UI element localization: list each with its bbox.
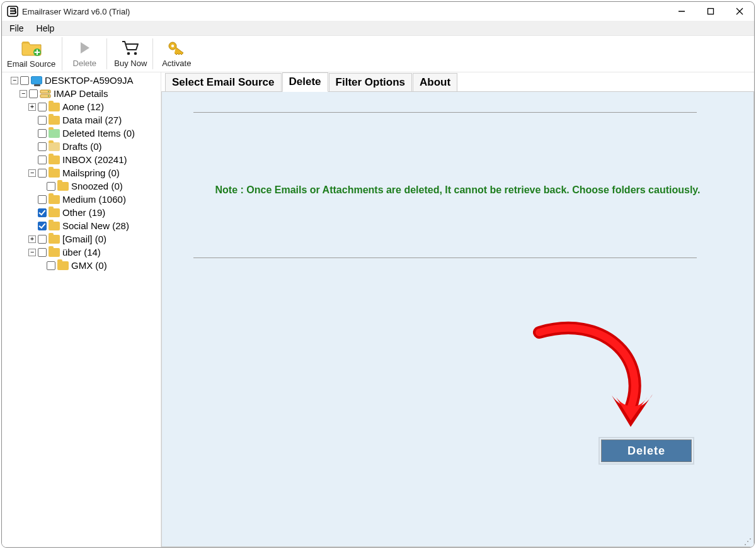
folder-icon: [49, 235, 60, 244]
tab-content-delete: Note : Once Emails or Attachments are de…: [161, 91, 754, 547]
toolbar-buy-label: Buy Now: [114, 59, 147, 68]
annotation-arrow-icon: [527, 320, 665, 439]
checkbox[interactable]: [38, 222, 47, 230]
checkbox[interactable]: [47, 261, 55, 270]
tree-item[interactable]: Data mail (27): [2, 113, 161, 127]
content-area: − DESKTOP-A59O9JA − IMAP Details +Aone (…: [2, 72, 754, 547]
folder-icon: [49, 103, 60, 111]
tree-item[interactable]: Drafts (0): [2, 140, 161, 153]
close-button[interactable]: [725, 2, 754, 21]
recycle-bin-icon: [49, 129, 60, 138]
toolbar-buy-now[interactable]: Buy Now: [110, 37, 151, 71]
window-title: Emailraser Wizard v6.0 (Trial): [22, 7, 667, 16]
folder-icon: [49, 222, 60, 230]
checkbox[interactable]: [38, 142, 47, 151]
folder-add-icon: [21, 39, 42, 59]
app-logo-icon: [7, 6, 18, 17]
main-panel: Select Email Source Delete Filter Option…: [161, 72, 754, 547]
folder-tree[interactable]: − DESKTOP-A59O9JA − IMAP Details +Aone (…: [2, 72, 161, 547]
tree-imap-label: IMAP Details: [54, 88, 108, 99]
maximize-button[interactable]: [696, 2, 725, 21]
checkbox[interactable]: [38, 169, 47, 178]
server-icon: [40, 89, 51, 98]
tree-item[interactable]: Social New (28): [2, 219, 161, 232]
folder-icon: [49, 116, 60, 125]
tree-item-label: Aone (12): [62, 101, 104, 112]
toolbar-email-source[interactable]: Email Source: [3, 37, 62, 71]
expand-icon[interactable]: +: [28, 103, 36, 111]
folder-icon: [49, 169, 60, 178]
checkbox[interactable]: [38, 208, 47, 217]
tree-root[interactable]: − DESKTOP-A59O9JA: [2, 74, 161, 87]
svg-point-7: [134, 52, 137, 55]
tree-item-label: Medium (1060): [62, 194, 126, 205]
collapse-icon[interactable]: −: [28, 249, 36, 256]
collapse-icon[interactable]: −: [20, 90, 27, 98]
folder-icon: [49, 195, 60, 204]
menu-file[interactable]: File: [3, 22, 30, 35]
svg-point-9: [171, 45, 174, 47]
svg-rect-2: [708, 9, 714, 14]
tree-item[interactable]: Medium (1060): [2, 193, 161, 206]
play-icon: [76, 40, 93, 59]
checkbox[interactable]: [47, 182, 55, 191]
tree-item[interactable]: Other (19): [2, 206, 161, 219]
minimize-button[interactable]: [667, 2, 696, 21]
tree-item-label: [Gmail] (0): [62, 234, 106, 244]
separator: [193, 258, 697, 258]
tab-filter-options[interactable]: Filter Options: [329, 73, 413, 92]
tree-item[interactable]: INBOX (20241): [2, 153, 161, 166]
checkbox[interactable]: [38, 129, 47, 138]
checkbox[interactable]: [38, 156, 47, 164]
tab-select-email-source[interactable]: Select Email Source: [165, 73, 282, 92]
tree-item[interactable]: Snoozed (0): [2, 179, 161, 193]
tree-item-label: über (14): [62, 247, 101, 258]
tree-item[interactable]: +[Gmail] (0): [2, 232, 161, 246]
svg-point-6: [127, 52, 130, 55]
menubar: File Help: [2, 21, 754, 36]
tree-item-label: Social New (28): [62, 220, 129, 231]
toolbar-activate[interactable]: Activate: [156, 37, 197, 71]
checkbox[interactable]: [38, 195, 47, 204]
tree-item[interactable]: −über (14): [2, 246, 161, 259]
folder-icon: [49, 208, 60, 217]
tree-item[interactable]: +Aone (12): [2, 100, 161, 113]
menu-help[interactable]: Help: [30, 22, 61, 35]
collapse-icon[interactable]: −: [11, 77, 18, 84]
tree-item-label: GMX (0): [71, 260, 107, 271]
warning-note: Note : Once Emails or Attachments are de…: [162, 181, 753, 200]
tab-about[interactable]: About: [413, 73, 457, 92]
tab-delete[interactable]: Delete: [282, 72, 328, 92]
cart-icon: [121, 40, 140, 59]
checkbox[interactable]: [20, 76, 29, 85]
expand-icon[interactable]: +: [28, 235, 36, 243]
tree-item-label: Mailspring (0): [62, 167, 120, 178]
checkbox[interactable]: [38, 248, 47, 257]
folder-icon: [57, 182, 69, 191]
checkbox[interactable]: [38, 103, 47, 111]
toolbar-activate-label: Activate: [162, 59, 191, 68]
tree-imap[interactable]: − IMAP Details: [2, 87, 161, 100]
delete-button[interactable]: Delete: [601, 439, 692, 462]
toolbar-delete[interactable]: Delete: [64, 37, 105, 71]
svg-point-12: [48, 91, 49, 92]
tree-item-label: Other (19): [62, 207, 105, 218]
resize-grip-icon[interactable]: ⋰: [744, 537, 752, 546]
folder-icon: [49, 248, 60, 257]
key-icon: [167, 40, 186, 59]
checkbox[interactable]: [38, 235, 47, 244]
toolbar-delete-label: Delete: [73, 59, 97, 68]
app-window: Emailraser Wizard v6.0 (Trial) File Help…: [1, 1, 755, 548]
checkbox[interactable]: [29, 89, 38, 98]
tree-item[interactable]: GMX (0): [2, 259, 161, 272]
tree-item-label: Snoozed (0): [71, 181, 123, 191]
tree-item-label: Data mail (27): [62, 115, 122, 125]
tree-item-label: INBOX (20241): [62, 154, 127, 165]
tree-item[interactable]: Deleted Items (0): [2, 127, 161, 140]
collapse-icon[interactable]: −: [28, 169, 36, 177]
tree-item-label: Deleted Items (0): [62, 128, 135, 139]
checkbox[interactable]: [38, 116, 47, 125]
tree-item-label: Drafts (0): [62, 141, 102, 152]
tree-item[interactable]: −Mailspring (0): [2, 166, 161, 179]
folder-icon: [49, 156, 60, 164]
